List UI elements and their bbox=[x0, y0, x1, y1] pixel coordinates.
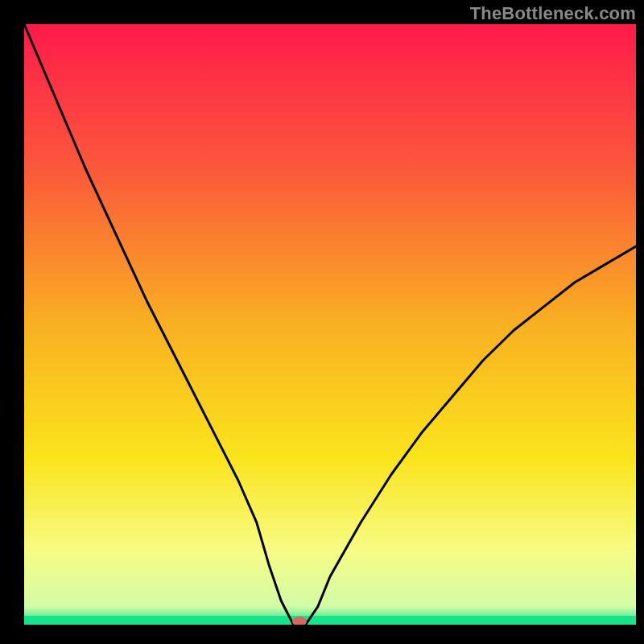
chart-svg bbox=[24, 24, 636, 625]
green-baseline-strip bbox=[24, 616, 636, 625]
plot-area bbox=[24, 24, 636, 625]
watermark-text: TheBottleneck.com bbox=[470, 3, 636, 24]
chart-frame: TheBottleneck.com bbox=[0, 0, 644, 644]
plot-background bbox=[24, 24, 636, 625]
